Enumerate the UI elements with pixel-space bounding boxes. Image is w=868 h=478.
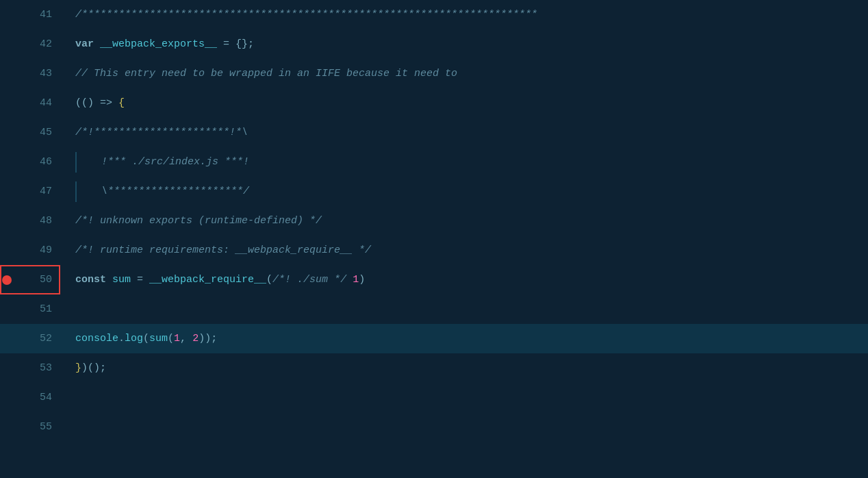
- token-punctuation: ((: [75, 88, 88, 118]
- line-number: 50: [14, 265, 68, 294]
- token-function: log: [125, 324, 143, 353]
- token-comment-block: /*!**********************!*\: [75, 118, 248, 147]
- line-number: 52: [14, 324, 68, 353]
- indent-bar: [75, 181, 77, 202]
- token-punctuation: (: [168, 324, 174, 353]
- token-punctuation: {};: [235, 29, 254, 59]
- line-content: \**********************/: [68, 177, 868, 206]
- token-plain: [94, 29, 100, 59]
- breakpoint-area[interactable]: [0, 236, 14, 265]
- code-line: 41/*************************************…: [0, 0, 868, 29]
- breakpoint-area[interactable]: [0, 0, 14, 29]
- token-var: __webpack_exports__: [100, 29, 217, 59]
- token-comment: // This entry need to be wrapped in an I…: [75, 59, 457, 88]
- token-arrow: =>: [100, 88, 112, 118]
- token-punctuation: ));: [199, 324, 217, 353]
- breakpoint-area[interactable]: [0, 383, 14, 412]
- token-var: sum: [112, 265, 131, 294]
- line-content: /*! runtime requirements: __webpack_requ…: [68, 236, 868, 265]
- line-content: [68, 383, 868, 412]
- breakpoint-area[interactable]: [0, 177, 14, 206]
- line-number: 54: [14, 383, 68, 412]
- line-content: const sum = __webpack_require__(/*! ./su…: [68, 265, 868, 294]
- code-line: 54: [0, 383, 868, 412]
- token-function: console: [75, 324, 118, 353]
- token-comment-block: /*! runtime requirements: __webpack_requ…: [75, 236, 371, 265]
- token-yellow: }: [75, 353, 81, 383]
- line-number: 53: [14, 353, 68, 383]
- line-content: !*** ./src/index.js ***!: [68, 147, 868, 177]
- line-content: console.log(sum(1, 2));: [68, 324, 868, 353]
- token-punctuation: .: [118, 324, 125, 353]
- indent-bar: [75, 152, 77, 173]
- token-plain: =: [131, 265, 149, 294]
- breakpoint-area[interactable]: [0, 324, 14, 353]
- line-content: (() => {: [68, 88, 868, 118]
- code-line: 55: [0, 412, 868, 442]
- breakpoint-area[interactable]: [0, 59, 14, 88]
- token-plain: [94, 88, 100, 118]
- line-number: 42: [14, 29, 68, 59]
- breakpoint-area[interactable]: [0, 294, 14, 324]
- line-content: })();: [68, 353, 868, 383]
- line-number: 43: [14, 59, 68, 88]
- line-number: 49: [14, 236, 68, 265]
- token-comment-block: \**********************/: [89, 177, 249, 206]
- token-plain: [346, 265, 353, 294]
- line-content: /***************************************…: [68, 0, 868, 29]
- breakpoint-area[interactable]: [0, 147, 14, 177]
- breakpoint-area[interactable]: [0, 29, 14, 59]
- line-number: 46: [14, 147, 68, 177]
- token-plain: =: [217, 29, 235, 59]
- token-punctuation: ): [88, 88, 94, 118]
- token-punctuation: (: [266, 265, 272, 294]
- code-line: 42var __webpack_exports__ = {};: [0, 29, 868, 59]
- token-function: __webpack_require__: [149, 265, 266, 294]
- line-number: 48: [14, 206, 68, 236]
- line-number: 44: [14, 88, 68, 118]
- line-content: [68, 294, 868, 324]
- token-yellow: {: [118, 88, 125, 118]
- breakpoint-area[interactable]: [0, 265, 14, 294]
- code-line: 50const sum = __webpack_require__(/*! ./…: [0, 265, 868, 294]
- code-line: 46 !*** ./src/index.js ***!: [0, 147, 868, 177]
- breakpoint-dot: [2, 275, 12, 285]
- code-line: 44(() => {: [0, 88, 868, 118]
- token-plain: [106, 265, 112, 294]
- line-number: 47: [14, 177, 68, 206]
- token-plain: [112, 88, 118, 118]
- token-number: 2: [192, 324, 199, 353]
- code-line: 52console.log(sum(1, 2));: [0, 324, 868, 353]
- token-comment-block: /***************************************…: [75, 0, 537, 29]
- breakpoint-area[interactable]: [0, 206, 14, 236]
- line-content: [68, 412, 868, 442]
- breakpoint-area[interactable]: [0, 412, 14, 442]
- line-number: 55: [14, 412, 68, 442]
- code-line: 53})();: [0, 353, 868, 383]
- line-number: 51: [14, 294, 68, 324]
- line-number: 45: [14, 118, 68, 147]
- token-number: 1: [174, 324, 180, 353]
- code-line: 49/*! runtime requirements: __webpack_re…: [0, 236, 868, 265]
- breakpoint-area[interactable]: [0, 118, 14, 147]
- line-content: /*!**********************!*\: [68, 118, 868, 147]
- code-line: 48/*! unknown exports (runtime-defined) …: [0, 206, 868, 236]
- token-punctuation: (: [143, 324, 149, 353]
- token-punctuation: ): [359, 265, 365, 294]
- line-content: // This entry need to be wrapped in an I…: [68, 59, 868, 88]
- line-number: 41: [14, 0, 68, 29]
- code-line: 47 \**********************/: [0, 177, 868, 206]
- line-content: var __webpack_exports__ = {};: [68, 29, 868, 59]
- code-line: 43// This entry need to be wrapped in an…: [0, 59, 868, 88]
- code-line: 45/*!**********************!*\: [0, 118, 868, 147]
- token-punctuation: )();: [81, 353, 106, 383]
- token-comment-block: /*! ./sum */: [272, 265, 346, 294]
- token-keyword: var: [75, 29, 94, 59]
- token-keyword: const: [75, 265, 106, 294]
- token-comment-block: !*** ./src/index.js ***!: [89, 147, 249, 177]
- code-line: 51: [0, 294, 868, 324]
- breakpoint-area[interactable]: [0, 353, 14, 383]
- token-comment-block: /*! unknown exports (runtime-defined) */: [75, 206, 322, 236]
- breakpoint-area[interactable]: [0, 88, 14, 118]
- code-editor: 41/*************************************…: [0, 0, 868, 478]
